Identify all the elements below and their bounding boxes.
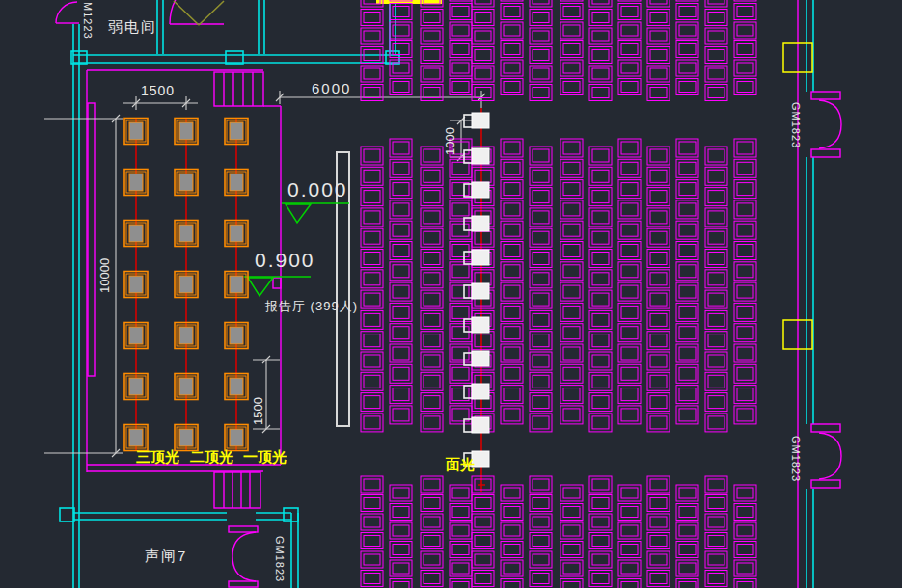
door-label-gm1823-soundlock: GM1823	[274, 536, 285, 582]
door-label-gm1823-bottom-right: GM1823	[790, 436, 801, 482]
light-label-face: 面光	[446, 457, 475, 471]
cad-drawing-canvas[interactable]: 弱电间 M1223 1500 6000 1000 10000 1500 0.00…	[0, 0, 902, 588]
face-light-body	[472, 417, 489, 433]
wall-junction	[226, 51, 243, 64]
face-light-body	[472, 283, 489, 299]
door-top-room-swing	[170, 0, 224, 24]
face-light-body	[472, 384, 489, 399]
room-label-sound-lock: 声闸7	[145, 548, 187, 563]
face-light-body	[472, 317, 489, 333]
double-door-leaves	[174, 1, 224, 25]
face-light-body	[472, 250, 489, 265]
dim-label-1500-top: 1500	[141, 84, 175, 97]
wall-junction	[60, 508, 74, 521]
elevation-label-0900: 0.900	[255, 250, 315, 270]
face-light-body	[472, 148, 489, 164]
seat	[734, 0, 756, 1]
door-gm1823-right-top	[811, 92, 841, 157]
face-light-body	[472, 182, 489, 198]
proscenium-edge	[88, 103, 95, 376]
door-gm1823-right-bottom	[811, 424, 841, 488]
hall-label: 报告厅 (399人)	[265, 300, 358, 312]
floor-plan-drawing	[0, 0, 902, 588]
seat	[501, 0, 523, 1]
room-label-weak-electric: 弱电间	[108, 19, 157, 34]
light-label-top1: 一顶光	[243, 449, 287, 464]
seat	[450, 0, 472, 1]
elevation-label-0000: 0.000	[287, 179, 348, 200]
door-label-m1223: M1223	[82, 2, 93, 40]
door-gm1823-bottom	[229, 526, 258, 587]
seat	[618, 0, 641, 1]
audience-seats	[361, 0, 756, 588]
dim-label-10000: 10000	[98, 258, 111, 293]
seat	[560, 0, 583, 1]
door-label-gm1823-top: GM1823	[790, 102, 801, 148]
face-light-body	[472, 216, 489, 231]
stairs-top	[214, 72, 263, 106]
dim-label-6000: 6000	[312, 81, 351, 95]
door-m1223-swing	[56, 2, 79, 23]
face-light-body	[472, 351, 489, 366]
light-label-top2: 二顶光	[190, 449, 233, 464]
dim-label-1000: 1000	[444, 127, 456, 155]
stage-step-notch	[273, 278, 281, 288]
light-label-top3: 三顶光	[136, 449, 179, 464]
seat	[676, 0, 698, 1]
stairs-bottom	[214, 472, 260, 508]
face-light-body	[472, 113, 489, 128]
dim-label-1500-bottom: 1500	[252, 397, 264, 425]
